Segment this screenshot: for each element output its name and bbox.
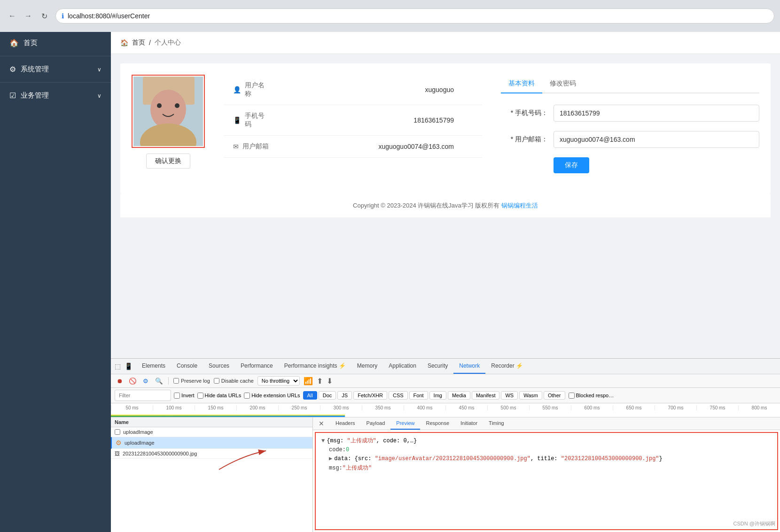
save-button[interactable]: 保存 [554,157,589,173]
clear-button[interactable]: 🚫 [128,376,137,386]
json-root-text: {msg: "上传成功", code: 0,…} [327,437,417,446]
form-email-input[interactable] [554,131,759,148]
filter-doc[interactable]: Doc [319,391,336,400]
network-item-jpg[interactable]: 🖼 20231228100453000000900.jpg [111,449,312,459]
confirm-avatar-button[interactable]: 确认更换 [146,154,190,169]
filter-wasm[interactable]: Wasm [519,391,542,400]
item-checkbox-1[interactable] [115,429,120,435]
form-phone-input[interactable] [554,105,759,122]
page-content: 确认更换 👤 用户名称 xuguoguo [111,54,780,358]
filter-input[interactable] [115,390,171,401]
avatar-image [133,77,203,146]
network-toolbar: ⏺ 🚫 ⚙ 🔍 Preserve log Disable cache No th… [111,374,780,388]
sidebar-item-system[interactable]: ⚙ 系统管理 ∨ [0,58,111,80]
footer-link[interactable]: 锅锅编程生活 [501,202,538,209]
avatar-wrapper [132,75,205,148]
response-tab-headers[interactable]: Headers [330,417,361,430]
filter-css[interactable]: CSS [389,391,408,400]
json-indent-1: code: 0 ▶ data: {src: "image/userAvatar/… [321,446,772,473]
username-row: 👤 用户名称 xuguoguo [224,75,482,105]
mark-400: 400 ms [404,405,445,410]
hide-ext-urls-checkbox[interactable] [244,393,250,399]
tab-password[interactable]: 修改密码 [542,75,584,93]
sidebar-item-home[interactable]: 🏠 首页 [0,32,111,54]
hide-data-urls-label[interactable]: Hide data URLs [197,393,242,399]
response-tab-response[interactable]: Response [420,417,455,430]
devtools-inspect-icon[interactable]: ⬚ [115,362,121,370]
filter-ws[interactable]: WS [501,391,518,400]
json-key-msg: msg: [329,464,343,473]
filter-all[interactable]: All [303,391,317,400]
email-icon: ✉ [233,143,239,150]
item-name-2: uploadImage [125,440,309,446]
filter-js[interactable]: JS [337,391,352,400]
throttle-select[interactable]: No throttling [257,376,300,386]
response-tab-timing[interactable]: Timing [483,417,510,430]
table-icon: ☑ [9,91,16,100]
refresh-button[interactable]: ↻ [38,9,51,23]
user-profile-section: 确认更换 👤 用户名称 xuguoguo [132,75,759,183]
response-tab-payload[interactable]: Payload [361,417,391,430]
phone-icon: 📱 [233,116,241,124]
preserve-log-label[interactable]: Preserve log [173,378,210,384]
address-bar[interactable]: ℹ localhost:8080/#/userCenter [55,8,774,23]
timeline-yellow-bar [111,415,345,416]
tab-network[interactable]: Network [453,359,485,374]
timeline-inner: 50 ms 100 ms 150 ms 200 ms 250 ms 300 ms… [111,403,780,417]
tab-recorder[interactable]: Recorder ⚡ [485,359,529,374]
avatar-section: 确认更换 [132,75,205,183]
breadcrumb-home[interactable]: 首页 [132,39,145,47]
close-button[interactable]: ✕ [317,418,326,429]
disable-cache-label[interactable]: Disable cache [214,378,254,384]
filter-font[interactable]: Font [409,391,428,400]
mark-450: 450 ms [445,405,487,410]
search-button[interactable]: 🔍 [154,376,164,386]
filter-other[interactable]: Other [544,391,565,400]
filter-manifest[interactable]: Manifest [472,391,500,400]
filter-fetch-xhr[interactable]: Fetch/XHR [353,391,387,400]
tab-security[interactable]: Security [422,359,453,374]
mark-200: 200 ms [236,405,278,410]
json-root-line: ▼ {msg: "上传成功", code: 0,…} [321,437,772,446]
wifi-icon[interactable]: 📶 [304,377,313,386]
upload-icon[interactable]: ⬆ [317,377,323,386]
image-icon-3: 🖼 [115,451,120,456]
download-icon[interactable]: ⬇ [327,377,333,386]
filter-button[interactable]: ⚙ [141,376,150,386]
invert-checkbox[interactable] [174,393,180,399]
network-item-upload2[interactable]: ⚙ uploadImage [111,437,312,449]
chevron-down-icon: ∨ [97,66,101,73]
json-expand-root[interactable]: ▼ [321,437,325,446]
record-button[interactable]: ⏺ [115,376,124,386]
hide-ext-urls-label[interactable]: Hide extension URLs [244,393,300,399]
tab-memory[interactable]: Memory [351,359,383,374]
network-item-upload1[interactable]: uploadImage [111,427,312,437]
response-tab-preview[interactable]: Preview [390,417,420,430]
tab-application[interactable]: Application [383,359,422,374]
devtools: ⬚ 📱 Elements Console Sources Performance… [111,358,780,532]
mark-350: 350 ms [362,405,404,410]
back-button[interactable]: ← [6,9,19,23]
mark-250: 250 ms [278,405,320,410]
invert-checkbox-label[interactable]: Invert [174,393,195,399]
preserve-log-checkbox[interactable] [173,378,179,384]
hide-data-urls-checkbox[interactable] [197,393,203,399]
tab-console[interactable]: Console [171,359,203,374]
sidebar-item-business[interactable]: ☑ 业务管理 ∨ [0,85,111,107]
blocked-resp-label[interactable]: Blocked respo… [569,391,614,400]
response-tab-initiator[interactable]: Initiator [455,417,483,430]
tab-basic[interactable]: 基本资料 [501,75,542,93]
disable-cache-checkbox[interactable] [214,378,219,384]
footer-text: Copyright © 2023-2024 许锅锅在线Java学习 版权所有 [353,202,499,209]
tab-performance[interactable]: Performance [235,359,279,374]
tab-perf-insights[interactable]: Performance insights ⚡ [279,359,351,374]
devtools-device-icon[interactable]: 📱 [125,362,133,370]
json-expand-data[interactable]: ▶ [329,455,332,463]
tab-sources[interactable]: Sources [203,359,235,374]
blocked-resp-checkbox[interactable] [569,393,575,399]
filter-img[interactable]: Img [429,391,446,400]
mark-800: 800 ms [738,405,780,410]
forward-button[interactable]: → [22,9,35,23]
filter-media[interactable]: Media [448,391,470,400]
tab-elements[interactable]: Elements [136,359,171,374]
